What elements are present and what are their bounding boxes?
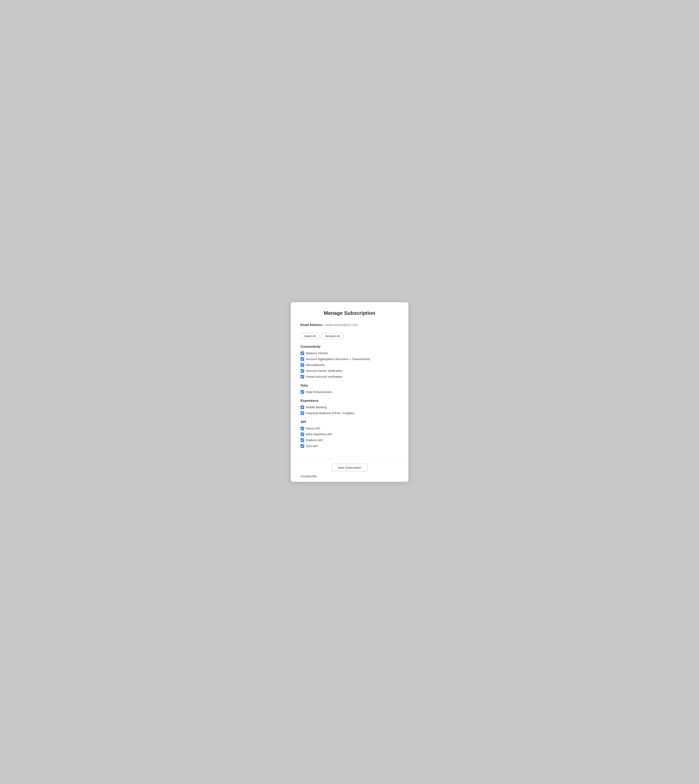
checkbox-label-nexus-api: Nexus API	[306, 427, 320, 430]
checkbox-item-mobile-banking[interactable]: Mobile Banking	[301, 406, 399, 409]
checkbox-item-data-enhancement[interactable]: Data Enhancement	[301, 390, 399, 394]
checkbox-microdeposits[interactable]	[301, 363, 304, 367]
checkbox-item-mdx-realtime-api[interactable]: MDX RealTime API	[301, 433, 399, 436]
checkbox-item-sso-api[interactable]: SSO API	[301, 444, 399, 448]
sections-container: ConnectivityBalance ChecksAccount Aggreg…	[301, 345, 399, 448]
checkbox-label-balance-checks: Balance Checks	[306, 351, 328, 355]
checkbox-sso-api[interactable]	[301, 444, 304, 448]
unsubscribe-link[interactable]: Unsubscribe	[301, 474, 317, 478]
section-data: DataData Enhancement	[301, 384, 399, 394]
action-buttons: Select All Deselect All	[301, 333, 399, 339]
modal-footer: Save Subscription Unsubscribe	[291, 459, 408, 482]
section-title-data: Data	[301, 384, 399, 388]
checkbox-data-enhancement[interactable]	[301, 390, 304, 394]
modal-content: Manage Subscription Email Address: nadia…	[291, 302, 408, 459]
checkbox-label-mobile-banking: Mobile Banking	[306, 406, 327, 409]
page-title: Manage Subscription	[301, 310, 399, 316]
checkbox-label-platform-api: Platform API	[306, 438, 323, 442]
checkbox-instant-account-verification[interactable]	[301, 375, 304, 378]
checkbox-item-account-owner-verification[interactable]: Account Owner Verification	[301, 369, 399, 373]
checkbox-label-microdeposits: Microdeposits	[306, 363, 325, 367]
checkbox-label-account-owner-verification: Account Owner Verification	[306, 369, 343, 373]
checkbox-item-microdeposits[interactable]: Microdeposits	[301, 363, 399, 367]
checkbox-financial-wellness[interactable]	[301, 411, 304, 415]
deselect-all-button[interactable]: Deselect All	[321, 333, 343, 339]
checkbox-label-financial-wellness: Financial Wellness (PFM + Insights)	[306, 411, 354, 415]
checkbox-platform-api[interactable]	[301, 438, 304, 442]
checkbox-label-data-enhancement: Data Enhancement	[306, 390, 332, 394]
email-label: Email Address:	[301, 323, 323, 327]
section-api: APINexus APIMDX RealTime APIPlatform API…	[301, 420, 399, 448]
checkbox-account-owner-verification[interactable]	[301, 369, 304, 373]
modal-container: Manage Subscription Email Address: nadia…	[291, 302, 408, 482]
checkbox-account-aggregation[interactable]	[301, 357, 304, 361]
checkbox-item-balance-checks[interactable]: Balance Checks	[301, 351, 399, 355]
checkbox-item-account-aggregation[interactable]: Account Aggregation (Accounts + Transact…	[301, 357, 399, 361]
checkbox-balance-checks[interactable]	[301, 351, 304, 355]
email-value: nadia.bahash@mx.com	[325, 323, 358, 327]
section-title-connectivity: Connectivity	[301, 345, 399, 349]
checkbox-mdx-realtime-api[interactable]	[301, 433, 304, 436]
save-subscription-button[interactable]: Save Subscription	[331, 464, 368, 471]
select-all-button[interactable]: Select All	[301, 333, 320, 339]
section-title-experience: Experience	[301, 399, 399, 403]
checkbox-mobile-banking[interactable]	[301, 406, 304, 409]
email-row: Email Address: nadia.bahash@mx.com	[301, 323, 399, 327]
section-connectivity: ConnectivityBalance ChecksAccount Aggreg…	[301, 345, 399, 378]
checkbox-item-instant-account-verification[interactable]: Instant Account Verification	[301, 375, 399, 378]
checkbox-item-financial-wellness[interactable]: Financial Wellness (PFM + Insights)	[301, 411, 399, 415]
section-experience: ExperienceMobile BankingFinancial Wellne…	[301, 399, 399, 415]
checkbox-item-nexus-api[interactable]: Nexus API	[301, 427, 399, 430]
section-title-api: API	[301, 420, 399, 424]
checkbox-item-platform-api[interactable]: Platform API	[301, 438, 399, 442]
checkbox-label-mdx-realtime-api: MDX RealTime API	[306, 433, 332, 436]
checkbox-nexus-api[interactable]	[301, 427, 304, 430]
checkbox-label-account-aggregation: Account Aggregation (Accounts + Transact…	[306, 357, 370, 361]
checkbox-label-instant-account-verification: Instant Account Verification	[306, 375, 343, 378]
checkbox-label-sso-api: SSO API	[306, 444, 318, 448]
